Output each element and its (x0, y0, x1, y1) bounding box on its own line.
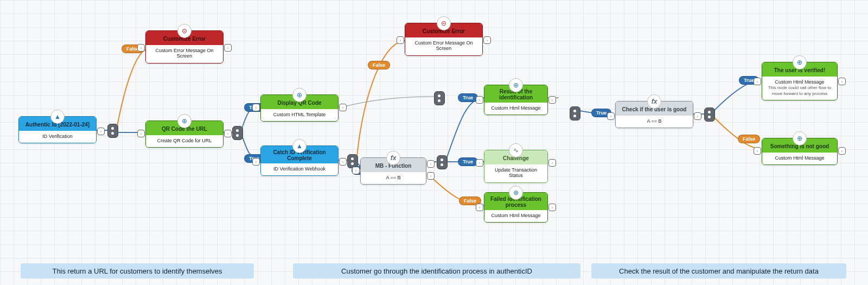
alert-icon: ⊝ (177, 24, 192, 38)
port-in[interactable]: ◦ (137, 130, 145, 137)
port-out[interactable]: ◦ (224, 44, 232, 52)
pill-false-catch: False (368, 61, 390, 69)
node-customize-error-1[interactable]: ⊝ Customize Error Custom Error Message O… (145, 30, 224, 64)
port-out[interactable]: ◦ (694, 112, 701, 120)
shield-icon: ▲ (292, 139, 307, 153)
pill-true-result: True (458, 93, 478, 102)
port-out[interactable]: ◦ (339, 158, 347, 166)
port-in[interactable]: ◦ (754, 78, 761, 85)
node-something-not-good[interactable]: ⊕ Something is not good Custom Html Mess… (762, 138, 838, 165)
node-subtitle: Custom Html Message (762, 153, 837, 164)
globe-icon: ⊕ (509, 78, 523, 92)
legend-left: This return a URL for customers to ident… (21, 263, 254, 278)
node-subtitle: Custom Html Message (484, 210, 547, 222)
port-in[interactable]: ◦ (476, 204, 483, 211)
port-in[interactable]: ◦ (252, 158, 260, 166)
port-in[interactable]: ◦ (352, 167, 360, 174)
port-out[interactable]: ◦ (548, 204, 556, 211)
branch-check[interactable] (704, 107, 715, 122)
port-in[interactable]: ◦ (754, 147, 761, 155)
node-display-qr[interactable]: ⊕ Display QR Code Custom HTML Template ◦… (260, 94, 339, 122)
node-subtitle: ID Verification Webhook (261, 163, 338, 175)
node-subtitle: A == B (361, 172, 426, 184)
node-subtitle: Custom Error Message On Screen (146, 45, 223, 63)
node-check-user[interactable]: fx Check if the user is good A == B ◦ ◦ (615, 101, 693, 128)
port-out[interactable]: ◦ (339, 104, 347, 111)
port-out[interactable]: ◦ (483, 36, 491, 44)
node-challenge[interactable]: ∿ Challenge Update Transaction Status ◦ … (484, 150, 548, 183)
node-subtitle: Custom Html Message (484, 103, 547, 115)
branch-result[interactable] (570, 106, 580, 121)
node-sub: Custom Html Message (775, 79, 824, 85)
node-catch-id-verification[interactable]: ▲ Catch ID Verification Complete ID Veri… (260, 145, 339, 176)
node-extra: This node could call other flow to move … (768, 85, 832, 96)
port-out[interactable]: ◦ (838, 147, 846, 155)
shield-icon: ▲ (50, 110, 65, 124)
branch-mb[interactable] (437, 155, 448, 169)
branch-qr[interactable] (232, 126, 243, 140)
pill-true-challenge: True (458, 157, 478, 166)
node-customize-error-2[interactable]: ⊝ Customize Error Custom Error Message O… (405, 23, 483, 56)
node-subtitle: Custom Html Message This node could call… (762, 77, 837, 100)
legend-mid: Customer go through the identification p… (293, 263, 580, 278)
port-in[interactable]: ◦ (137, 44, 145, 52)
port-in[interactable]: ◦ (607, 112, 615, 120)
node-result-identification[interactable]: ⊕ Result of the identification Custom Ht… (484, 85, 548, 115)
port-out-top[interactable]: ◦ (427, 160, 435, 168)
port-in[interactable]: ◦ (252, 104, 260, 111)
node-subtitle: Update Transaction Status (484, 164, 547, 182)
globe-icon: ⊕ (292, 88, 307, 102)
port-out[interactable]: ◦ (548, 159, 556, 167)
globe-icon: ⊕ (793, 55, 807, 69)
globe-icon: ⊕ (793, 131, 807, 145)
node-subtitle: A == B (616, 116, 693, 128)
branch-authentic[interactable] (107, 124, 118, 138)
node-subtitle: Create QR Code for URL (146, 135, 223, 147)
legend-right: Check the result of the customer and man… (591, 263, 846, 278)
globe-icon: ⊕ (509, 186, 523, 200)
port-out[interactable]: ◦ (97, 128, 105, 135)
node-qr-code-url[interactable]: ⊕ QR Code the URL Create QR Code for URL… (145, 121, 224, 148)
pulse-icon: ∿ (509, 143, 523, 157)
port-in[interactable]: ◦ (476, 96, 483, 104)
port-out[interactable]: ◦ (838, 78, 846, 85)
node-user-verified[interactable]: ⊕ The user is verified! Custom Html Mess… (762, 62, 838, 100)
node-mb-function[interactable]: fx MB - Function A == B ◦ ◦ ◦ (360, 157, 426, 185)
node-subtitle: Custom HTML Template (261, 109, 338, 121)
fx-icon: fx (647, 94, 661, 109)
node-subtitle: ID Verification (19, 131, 96, 143)
node-subtitle: Custom Error Message On Screen (405, 37, 482, 55)
globe-icon: ⊕ (177, 114, 192, 128)
port-in[interactable]: ◦ (397, 36, 404, 44)
port-in[interactable]: ◦ (476, 159, 483, 167)
node-authentic-id[interactable]: ▲ Authentic Id [2022-01-24] ID Verificat… (18, 116, 97, 143)
node-failed-identification[interactable]: ⊕ Failed identification process Custom H… (484, 192, 548, 223)
port-out[interactable]: ◦ (224, 130, 232, 137)
fx-icon: fx (386, 151, 400, 165)
alert-icon: ⊝ (437, 16, 451, 30)
pill-false-notgood: False (738, 135, 760, 143)
port-out-bot[interactable]: ◦ (427, 172, 435, 180)
port-out[interactable]: ◦ (548, 96, 556, 104)
branch-display[interactable] (434, 91, 445, 105)
